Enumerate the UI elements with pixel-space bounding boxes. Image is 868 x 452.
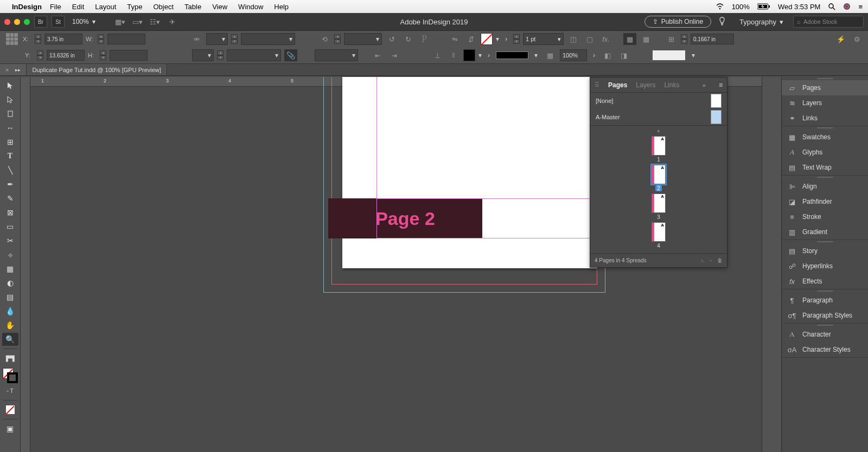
fitting-icon[interactable]: ⊞ — [665, 33, 678, 45]
master-none[interactable]: [None] — [590, 93, 727, 109]
dock-layers[interactable]: ≋Layers — [782, 95, 868, 111]
zoom-tool[interactable]: 🔍 — [2, 333, 18, 346]
transform-dropdown[interactable]: ▾ — [315, 49, 358, 61]
x-field[interactable]: 3.75 in — [44, 34, 82, 44]
leading-steppers[interactable]: ▴▾ — [681, 34, 687, 44]
note-tool[interactable]: ▤ — [2, 290, 18, 304]
stroke-swatch[interactable] — [463, 49, 475, 61]
content-collector-tool[interactable]: ⊞ — [2, 135, 18, 148]
align-left-icon[interactable]: ◧ — [601, 49, 614, 61]
tab-links[interactable]: Links — [664, 81, 679, 89]
formatting-container-icon[interactable]: ▫ T — [2, 384, 18, 397]
page-tool[interactable] — [2, 107, 18, 120]
effects-fx-icon[interactable]: fx. — [599, 33, 612, 45]
tab-pages[interactable]: Pages — [608, 81, 627, 89]
menu-object[interactable]: Object — [154, 3, 174, 11]
pages-panel-grip-icon[interactable]: ⠿ — [595, 81, 599, 89]
menu-window[interactable]: Window — [238, 3, 263, 11]
dock-pages[interactable]: ▱Pages — [782, 80, 868, 95]
clip-icon[interactable]: 📎 — [284, 49, 297, 61]
rotate-dropdown[interactable]: ▾ — [344, 33, 382, 45]
menu-layout[interactable]: Layout — [95, 3, 116, 11]
dock-paragraph[interactable]: ¶Paragraph — [782, 293, 868, 308]
dock-stroke[interactable]: ≡Stroke — [782, 209, 868, 224]
y-field[interactable]: 13.6326 in — [47, 50, 85, 61]
delete-page-icon[interactable]: 🗑 — [717, 257, 723, 263]
select-prev-icon[interactable]: ⇤ — [371, 49, 384, 61]
stroke-weight-field[interactable]: 1 pt▾ — [523, 33, 564, 45]
shear-dropdown[interactable]: ▾ — [227, 49, 281, 61]
dock-textwrap[interactable]: ▤Text Wrap — [782, 160, 868, 175]
chevron-down-icon[interactable]: ▾ — [689, 50, 698, 60]
dock-gradient[interactable]: ▥Gradient — [782, 224, 868, 240]
screen-mode-button[interactable]: ▭▾ — [131, 16, 144, 28]
arrange-button[interactable]: ☷▾ — [149, 16, 162, 28]
select-next-icon[interactable]: ⇥ — [387, 49, 400, 61]
distribute-icon[interactable]: ⫴ — [447, 49, 460, 61]
workspace-selector[interactable]: Typography▾ — [739, 18, 783, 26]
chevron-right-icon[interactable]: › — [590, 50, 598, 60]
panel-menu-icon[interactable]: ⚙ — [851, 33, 864, 45]
bridge-button[interactable]: Br — [34, 16, 47, 28]
w-field[interactable] — [107, 34, 145, 44]
direct-selection-tool[interactable] — [2, 93, 18, 106]
siri-icon[interactable] — [843, 3, 851, 10]
maximize-window-button[interactable] — [24, 19, 30, 25]
document-tab-active[interactable]: Duplicate Page Tut.indd @ 100% [GPU Prev… — [27, 64, 167, 75]
dock-links[interactable]: ⚭Links — [782, 111, 868, 126]
wifi-icon[interactable] — [716, 3, 724, 10]
chevron-down-icon[interactable]: ▾ — [532, 50, 540, 60]
publish-online-button[interactable]: ⇪Publish Online — [644, 16, 711, 28]
gradient-swatch-tool[interactable]: ▦ — [2, 262, 18, 275]
menu-file[interactable]: File — [50, 3, 61, 11]
stroke-wt-steppers[interactable]: ▴▾ — [513, 34, 520, 44]
minimize-window-button[interactable] — [14, 19, 20, 25]
dock-swatches[interactable]: ▦Swatches — [782, 130, 868, 145]
constrain-icon[interactable]: ⚮ — [190, 33, 203, 45]
text-wrap-none-icon[interactable]: ▦ — [623, 33, 636, 45]
dock-hyperlinks[interactable]: ☍Hyperlinks — [782, 259, 868, 274]
view-options-button[interactable]: ▦▾ — [114, 16, 127, 28]
stock-button[interactable]: St — [52, 16, 65, 28]
page-thumb-1[interactable]: 1 — [590, 136, 727, 163]
scale-steppers[interactable]: ▴▾ — [231, 34, 238, 44]
menu-extras-icon[interactable]: ≡ — [858, 3, 863, 11]
menu-type[interactable]: Type — [127, 3, 142, 11]
scissors-tool[interactable]: ✂ — [2, 234, 18, 247]
line-tool[interactable]: ╲ — [2, 164, 18, 177]
adobe-stock-search[interactable]: ⌕Adobe Stock — [793, 16, 864, 28]
menu-help[interactable]: Help — [274, 3, 289, 11]
x-steppers[interactable]: ▴▾ — [35, 34, 41, 44]
hand-tool[interactable]: ✋ — [2, 319, 18, 332]
reference-point[interactable] — [4, 31, 20, 47]
dock-effects[interactable]: fxEffects — [782, 274, 868, 289]
opacity-icon[interactable]: ▦ — [544, 49, 557, 61]
edit-page-size-icon[interactable]: ▫. — [701, 257, 704, 263]
scale-y-dropdown[interactable]: ▾ — [192, 49, 214, 61]
help-tips-icon[interactable] — [716, 16, 729, 28]
menu-edit[interactable]: Edit — [72, 3, 84, 11]
tint-field[interactable]: 100% — [560, 49, 587, 61]
color-preview[interactable] — [652, 50, 686, 61]
document-tab[interactable]: × ▸▸ — [0, 64, 27, 75]
flip-v-icon[interactable]: ⇵ — [464, 33, 477, 45]
gap-tool[interactable]: ↔ — [2, 121, 18, 134]
scale-dropdown[interactable]: ▾ — [241, 33, 295, 45]
free-transform-tool[interactable]: ⟐ — [2, 248, 18, 261]
close-window-button[interactable] — [4, 19, 10, 25]
type-tool[interactable]: T — [2, 150, 18, 163]
ruler-vertical[interactable] — [21, 77, 30, 452]
page-thumb-4[interactable]: 4 — [590, 222, 727, 249]
align-options-icon[interactable]: ⊥ — [431, 49, 444, 61]
collapse-panel-icon[interactable]: » — [703, 82, 706, 88]
h-field[interactable] — [110, 50, 148, 61]
close-tab-icon[interactable]: × — [5, 67, 9, 73]
h-steppers[interactable]: ▴▾ — [100, 50, 106, 60]
new-page-icon[interactable]: ▫ — [710, 257, 712, 263]
menu-table[interactable]: Table — [184, 3, 201, 11]
apply-none-icon[interactable] — [2, 403, 18, 416]
rectangle-frame-tool[interactable]: ⊠ — [2, 206, 18, 219]
dock-glyphs[interactable]: AGlyphs — [782, 145, 868, 160]
eyedropper-tool[interactable]: 💧 — [2, 305, 18, 318]
page-thumb-2[interactable]: 2 — [590, 165, 727, 191]
